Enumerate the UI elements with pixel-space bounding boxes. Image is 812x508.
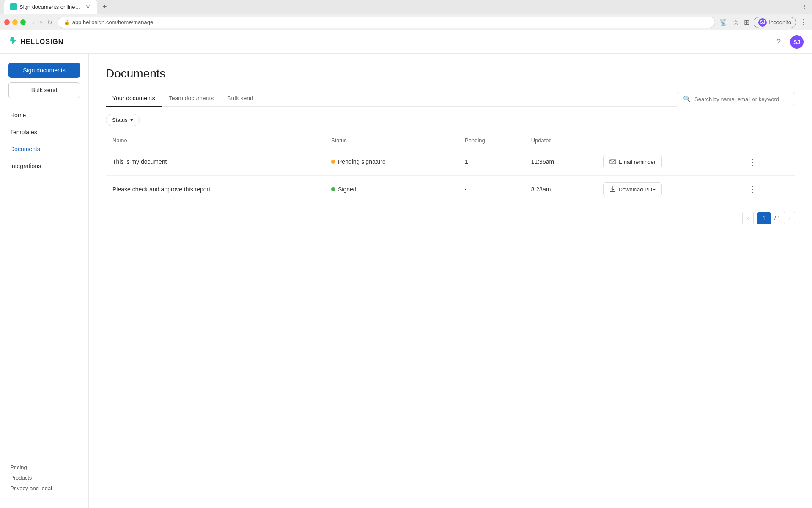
doc-status-2: Signed xyxy=(324,176,458,203)
app: HELLOSIGN ? SJ Sign documents Bulk send … xyxy=(0,31,812,508)
sidebar-nav: Home Templates Documents Integrations xyxy=(0,107,88,456)
header-right: ? SJ xyxy=(772,35,804,49)
email-icon xyxy=(609,158,616,165)
page-title: Documents xyxy=(106,67,795,80)
top-bar: Status ▾ xyxy=(106,114,795,126)
search-input[interactable] xyxy=(694,96,789,102)
tab-favicon xyxy=(10,3,17,10)
documents-table: Name Status Pending Updated This is my d… xyxy=(106,133,795,203)
sidebar-footer: Pricing Products Privacy and legal xyxy=(0,456,88,500)
new-tab-button[interactable]: + xyxy=(99,1,110,13)
bookmark-icon[interactable]: ☆ xyxy=(732,17,740,27)
tab-your-documents[interactable]: Your documents xyxy=(106,91,162,107)
pagination: ‹ 1 / 1 › xyxy=(106,212,795,224)
col-name: Name xyxy=(106,133,324,148)
sidebar-footer-products[interactable]: Products xyxy=(10,475,78,481)
doc-status-1: Pending signature xyxy=(324,148,458,176)
tab-close-button[interactable]: ✕ xyxy=(85,3,91,10)
help-button[interactable]: ? xyxy=(772,36,785,48)
col-actions xyxy=(596,133,739,148)
status-filter-label: Status xyxy=(112,117,128,123)
main-layout: Sign documents Bulk send Home Templates … xyxy=(0,54,812,508)
chevron-down-icon: ▾ xyxy=(130,117,133,123)
sidebar: Sign documents Bulk send Home Templates … xyxy=(0,54,89,508)
status-badge-1: Pending signature xyxy=(331,158,451,165)
next-page-button[interactable]: › xyxy=(784,212,795,224)
status-badge-2: Signed xyxy=(331,186,451,193)
logo: HELLOSIGN xyxy=(8,36,63,48)
sidebar-buttons: Sign documents Bulk send xyxy=(0,63,88,107)
forward-button[interactable]: › xyxy=(38,18,44,27)
col-updated: Updated xyxy=(524,133,596,148)
search-bar: 🔍 xyxy=(677,92,795,106)
col-more xyxy=(738,133,795,148)
sidebar-item-documents[interactable]: Documents xyxy=(0,141,88,157)
download-icon xyxy=(609,186,616,193)
user-avatar[interactable]: SJ xyxy=(790,35,804,49)
doc-action-2: Download PDF xyxy=(596,176,739,203)
doc-updated-1: 11:36am xyxy=(524,148,596,176)
table-header: Name Status Pending Updated xyxy=(106,133,795,148)
active-tab: Sign documents online | HelloS... ✕ xyxy=(4,0,97,14)
sign-documents-button[interactable]: Sign documents xyxy=(8,63,80,78)
document-tabs: Your documents Team documents Bulk send xyxy=(106,91,677,107)
app-header: HELLOSIGN ? SJ xyxy=(0,30,812,54)
sidebar-item-integrations[interactable]: Integrations xyxy=(0,157,88,174)
sidebar-item-home[interactable]: Home xyxy=(0,107,88,124)
lock-icon: 🔒 xyxy=(64,19,70,25)
col-pending: Pending xyxy=(458,133,524,148)
tab-and-search: Your documents Team documents Bulk send … xyxy=(106,91,795,107)
svg-rect-0 xyxy=(610,160,616,164)
browser-toolbar: ‹ › ↻ 🔒 app.hellosign.com/home/manage 📡 … xyxy=(0,14,812,30)
doc-name-2: Please check and approve this report xyxy=(106,176,324,203)
tab-bar: Sign documents online | HelloS... ✕ + ⋮ xyxy=(0,0,812,14)
logo-icon xyxy=(8,36,18,48)
prev-page-button[interactable]: ‹ xyxy=(742,212,754,224)
sidebar-item-templates[interactable]: Templates xyxy=(0,124,88,141)
doc-updated-2: 8:28am xyxy=(524,176,596,203)
table-row: This is my document Pending signature 1 … xyxy=(106,148,795,176)
status-filter-button[interactable]: Status ▾ xyxy=(106,114,140,126)
tab-team-documents[interactable]: Team documents xyxy=(162,91,221,107)
browser-actions: 📡 ☆ ⊞ SJ Incognito ⋮ xyxy=(719,17,808,28)
window-close-button[interactable] xyxy=(4,19,10,25)
tab-title: Sign documents online | HelloS... xyxy=(19,4,82,10)
app-icon[interactable]: ⊞ xyxy=(743,17,750,27)
search-icon: 🔍 xyxy=(683,95,691,103)
download-pdf-button[interactable]: Download PDF xyxy=(603,182,662,196)
email-reminder-button[interactable]: Email reminder xyxy=(603,155,662,168)
doc-more-button-1[interactable]: ⋮ xyxy=(745,155,760,168)
refresh-button[interactable]: ↻ xyxy=(46,18,54,27)
total-pages: / 1 xyxy=(774,215,780,221)
sidebar-footer-privacy[interactable]: Privacy and legal xyxy=(10,485,78,491)
doc-pending-1: 1 xyxy=(458,148,524,176)
url-text: app.hellosign.com/home/manage xyxy=(72,19,154,25)
avatar: SJ xyxy=(758,18,767,27)
back-button[interactable]: ‹ xyxy=(31,18,36,27)
address-bar[interactable]: 🔒 app.hellosign.com/home/manage xyxy=(58,17,716,28)
table-body: This is my document Pending signature 1 … xyxy=(106,148,795,203)
window-controls xyxy=(4,19,26,25)
col-status: Status xyxy=(324,133,458,148)
doc-more-button-2[interactable]: ⋮ xyxy=(745,182,760,196)
incognito-profile[interactable]: SJ Incognito xyxy=(754,17,796,28)
content-area: Documents Your documents Team documents … xyxy=(89,54,812,508)
bulk-send-button[interactable]: Bulk send xyxy=(8,82,80,98)
status-dot-signed xyxy=(331,187,335,191)
current-page[interactable]: 1 xyxy=(757,212,771,224)
tab-more-button[interactable]: ⋮ xyxy=(802,3,808,10)
doc-pending-2: - xyxy=(458,176,524,203)
table-row: Please check and approve this report Sig… xyxy=(106,176,795,203)
menu-icon[interactable]: ⋮ xyxy=(799,17,808,27)
tab-bulk-send[interactable]: Bulk send xyxy=(220,91,260,107)
window-maximize-button[interactable] xyxy=(20,19,26,25)
window-minimize-button[interactable] xyxy=(12,19,18,25)
status-dot-pending xyxy=(331,160,335,164)
nav-buttons: ‹ › ↻ xyxy=(31,18,54,27)
sidebar-footer-pricing[interactable]: Pricing xyxy=(10,464,78,470)
logo-text: HELLOSIGN xyxy=(20,38,63,46)
cast-icon[interactable]: 📡 xyxy=(719,17,729,27)
doc-action-1: Email reminder xyxy=(596,148,739,176)
doc-name-1: This is my document xyxy=(106,148,324,176)
browser-chrome: Sign documents online | HelloS... ✕ + ⋮ … xyxy=(0,0,812,31)
